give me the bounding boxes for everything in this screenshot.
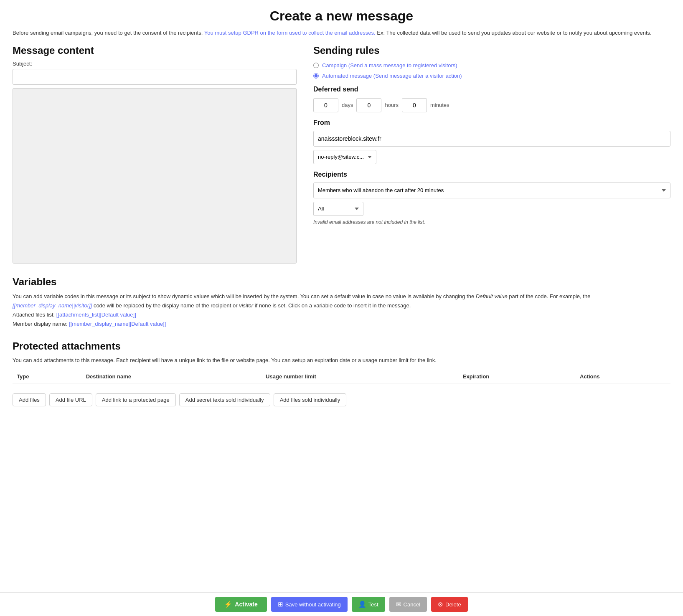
minutes-label: minutes: [430, 102, 449, 108]
message-content-title: Message content: [13, 45, 297, 56]
variables-description: You can add variable codes in this messa…: [13, 292, 670, 310]
protected-attachments-desc: You can add attachments to this message.…: [13, 356, 670, 365]
automated-radio[interactable]: [313, 73, 319, 79]
minutes-input[interactable]: [402, 98, 427, 112]
add-secret-texts-button[interactable]: Add secret texts sold individually: [179, 393, 270, 406]
add-file-url-button[interactable]: Add file URL: [49, 393, 92, 406]
add-files-individually-button[interactable]: Add files sold individually: [274, 393, 347, 406]
message-body-area[interactable]: [13, 88, 297, 264]
automated-label[interactable]: Automated message (Send message after a …: [322, 73, 462, 79]
attachment-buttons: Add files Add file URL Add link to a pro…: [13, 393, 670, 406]
variables-section: Variables You can add variable codes in …: [13, 276, 670, 329]
right-column: Sending rules Campaign (Send a mass mess…: [313, 45, 670, 225]
add-link-protected-button[interactable]: Add link to a protected page: [96, 393, 176, 406]
attachments-table: Type Destination name Usage number limit…: [13, 370, 670, 388]
member-name-row: Member display name: [[member_display_na…: [13, 319, 670, 329]
automated-radio-row: Automated message (Send message after a …: [313, 73, 670, 79]
protected-attachments-section: Protected attachments You can add attach…: [13, 340, 670, 406]
all-select[interactable]: All Confirmed Unconfirmed: [313, 202, 363, 216]
col-type: Type: [13, 370, 82, 383]
campaign-radio-row: Campaign (Send a mass message to registe…: [313, 62, 670, 68]
protected-attachments-title: Protected attachments: [13, 340, 670, 352]
col-destination: Destination name: [82, 370, 262, 383]
member-display-code-link[interactable]: [[member_display_name||visitor]]: [13, 302, 92, 309]
hours-input[interactable]: [356, 98, 381, 112]
invalid-email-note: Invalid email addresses are not included…: [313, 219, 425, 225]
recipients-title: Recipients: [313, 171, 670, 178]
member-name-code-link[interactable]: [[member_display_name||Default value]]: [69, 321, 166, 327]
subject-input[interactable]: [13, 69, 297, 85]
campaign-label[interactable]: Campaign (Send a mass message to registe…: [322, 62, 457, 68]
page-title: Create a new message: [13, 8, 670, 24]
col-expiration: Expiration: [459, 370, 576, 383]
from-domain-input[interactable]: [313, 131, 670, 147]
deferred-row: days hours minutes: [313, 98, 670, 112]
gdpr-notice: Before sending email campaigns, you need…: [13, 29, 670, 37]
left-column: Message content Subject:: [13, 45, 297, 264]
deferred-send-title: Deferred send: [313, 86, 670, 93]
subject-label: Subject:: [13, 61, 297, 67]
variables-title: Variables: [13, 276, 670, 288]
days-input[interactable]: [313, 98, 338, 112]
add-files-button[interactable]: Add files: [13, 393, 46, 406]
col-usage: Usage number limit: [262, 370, 459, 383]
from-title: From: [313, 119, 670, 127]
from-email-select[interactable]: no-reply@sitew.c...: [313, 150, 376, 164]
campaign-radio[interactable]: [313, 63, 319, 68]
hours-label: hours: [385, 102, 399, 108]
col-actions: Actions: [576, 370, 670, 383]
recipients-select[interactable]: Members who will abandon the cart after …: [313, 183, 670, 198]
attachments-list-row: Attached files list: [[attachments_list|…: [13, 310, 670, 319]
gdpr-link[interactable]: You must setup GDPR on the form used to …: [204, 30, 376, 36]
empty-table-row: [13, 383, 670, 388]
days-label: days: [342, 102, 353, 108]
sending-rules-title: Sending rules: [313, 45, 670, 56]
attachments-list-code-link[interactable]: [[attachments_list||Default value]]: [56, 312, 136, 318]
